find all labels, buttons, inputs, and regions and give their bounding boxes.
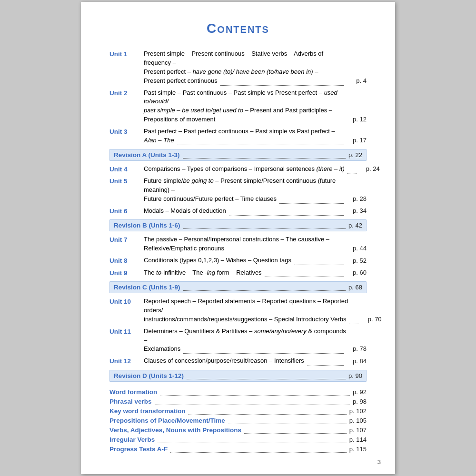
unit-desc-text: The to-infinitive – The -ing form – Rela… (144, 268, 262, 278)
unit-row: Unit 12Clauses of concession/purpose/res… (109, 357, 367, 366)
appendix-row: Progress Tests A-Fp. 115 (109, 446, 367, 453)
appendix-page: p. 92 (353, 388, 367, 396)
units-7-9-group: Unit 7The passive – Personal/Impersonal … (109, 235, 367, 278)
unit-page: p. 52 (347, 257, 367, 266)
appendices-group: Word formationp. 92Phrasal verbsp. 98Key… (109, 388, 367, 453)
revision-c-page: p. 68 (348, 284, 362, 291)
appendix-row: Phrasal verbsp. 98 (109, 398, 367, 405)
unit-page: p. 78 (347, 345, 367, 354)
revision-d-dots (187, 374, 346, 379)
unit-row: Unit 10Reported speech – Reported statem… (109, 297, 367, 324)
unit-page: p. 44 (347, 244, 367, 253)
unit-page: p. 24 (360, 165, 380, 174)
unit-label: Unit 8 (109, 256, 144, 266)
appendix-page: p. 114 (349, 436, 367, 443)
unit-label: Unit 3 (109, 127, 144, 137)
revision-a-page: p. 22 (348, 151, 362, 159)
unit-desc-text: Comparisons – Types of comparisons – Imp… (144, 165, 345, 174)
unit-row: Unit 2Past simple – Past continuous – Pa… (109, 89, 367, 124)
unit-row: Unit 6Modals – Modals of deductionp. 34 (109, 207, 367, 216)
unit-desc-text: Conditionals (types 0,1,2,3) – Wishes – … (144, 256, 291, 265)
unit-row: Unit 11Determiners – Quantifiers & Parti… (109, 327, 367, 354)
unit-label: Unit 9 (109, 268, 144, 278)
appendix-page: p. 98 (353, 398, 367, 405)
unit-row: Unit 8Conditionals (types 0,1,2,3) – Wis… (109, 256, 367, 266)
appendix-row: Verbs, Adjectives, Nouns with Prepositio… (109, 426, 367, 434)
unit-label: Unit 2 (109, 89, 144, 98)
unit-label: Unit 12 (109, 357, 144, 366)
appendix-label: Word formation (109, 388, 157, 396)
page: Contents Unit 1Present simple – Present … (81, 2, 395, 474)
unit-label: Unit 6 (109, 207, 144, 216)
unit-label: Unit 7 (109, 235, 144, 245)
revision-b-dots (183, 223, 346, 229)
revision-a-row: Revision A (Units 1-3) p. 22 (109, 149, 367, 161)
revision-a-label: Revision A (Units 1-3) (114, 151, 180, 159)
page-title: Contents (109, 21, 367, 36)
unit-page: p. 17 (347, 136, 367, 145)
unit-page: p. 12 (347, 115, 367, 124)
unit-page: p. 70 (362, 315, 382, 324)
page-number: 3 (377, 458, 381, 466)
appendix-label: Verbs, Adjectives, Nouns with Prepositio… (109, 426, 241, 434)
appendix-row: Irregular Verbsp. 114 (109, 436, 367, 443)
appendix-page: p. 115 (349, 446, 367, 453)
unit-page: p. 60 (347, 268, 367, 278)
appendix-label: Progress Tests A-F (109, 446, 168, 453)
revision-d-label: Revision D (Units 1-12) (114, 372, 184, 379)
unit-page: p. 34 (347, 207, 367, 216)
revision-b-page: p. 42 (348, 222, 362, 229)
units-1-3-group: Unit 1Present simple – Present continuou… (109, 50, 367, 145)
unit-page: p. 4 (347, 77, 367, 86)
unit-page: p. 28 (347, 195, 367, 204)
unit-label: Unit 10 (109, 297, 144, 307)
appendix-row: Prepositions of Place/Movement/Timep. 10… (109, 417, 367, 424)
unit-row: Unit 7The passive – Personal/Impersonal … (109, 235, 367, 253)
appendix-page: p. 107 (349, 426, 367, 434)
appendix-label: Irregular Verbs (109, 436, 155, 443)
unit-desc-text: Clauses of concession/purpose/result/rea… (144, 357, 304, 366)
appendix-label: Key word transformation (109, 407, 186, 415)
units-10-12-group: Unit 10Reported speech – Reported statem… (109, 297, 367, 366)
unit-row: Unit 5Future simple/be going to – Presen… (109, 177, 367, 204)
unit-label: Unit 5 (109, 177, 144, 186)
unit-label: Unit 1 (109, 50, 144, 59)
revision-b-row: Revision B (Units 1-6) p. 42 (109, 219, 367, 231)
revision-c-dots (183, 285, 346, 291)
unit-row: Unit 1Present simple – Present continuou… (109, 50, 367, 85)
unit-label: Unit 4 (109, 165, 144, 174)
revision-c-label: Revision C (Units 1-9) (114, 284, 180, 291)
units-4-6-group: Unit 4Comparisons – Types of comparisons… (109, 165, 367, 216)
appendix-row: Word formationp. 92 (109, 388, 367, 396)
unit-page: p. 84 (347, 357, 367, 366)
appendix-page: p. 102 (349, 407, 367, 415)
unit-label: Unit 11 (109, 327, 144, 337)
appendix-row: Key word transformationp. 102 (109, 407, 367, 415)
appendix-page: p. 105 (349, 417, 367, 424)
unit-row: Unit 9The to-infinitive – The -ing form … (109, 268, 367, 278)
unit-desc-text: Modals – Modals of deduction (144, 207, 226, 216)
appendix-label: Prepositions of Place/Movement/Time (109, 417, 225, 424)
revision-d-page: p. 90 (348, 372, 362, 379)
revision-a-dots (183, 153, 346, 159)
unit-row: Unit 3Past perfect – Past perfect contin… (109, 127, 367, 145)
revision-c-row: Revision C (Units 1-9) p. 68 (109, 281, 367, 293)
revision-b-label: Revision B (Units 1-6) (114, 222, 180, 229)
revision-d-row: Revision D (Units 1-12) p. 90 (109, 370, 367, 382)
appendix-label: Phrasal verbs (109, 398, 152, 405)
unit-row: Unit 4Comparisons – Types of comparisons… (109, 165, 367, 174)
